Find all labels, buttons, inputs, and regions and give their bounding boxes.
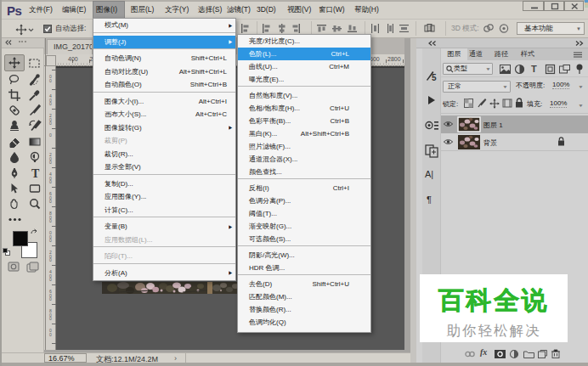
svg-text:T: T — [31, 167, 40, 180]
svg-text:5: 5 — [432, 73, 437, 82]
